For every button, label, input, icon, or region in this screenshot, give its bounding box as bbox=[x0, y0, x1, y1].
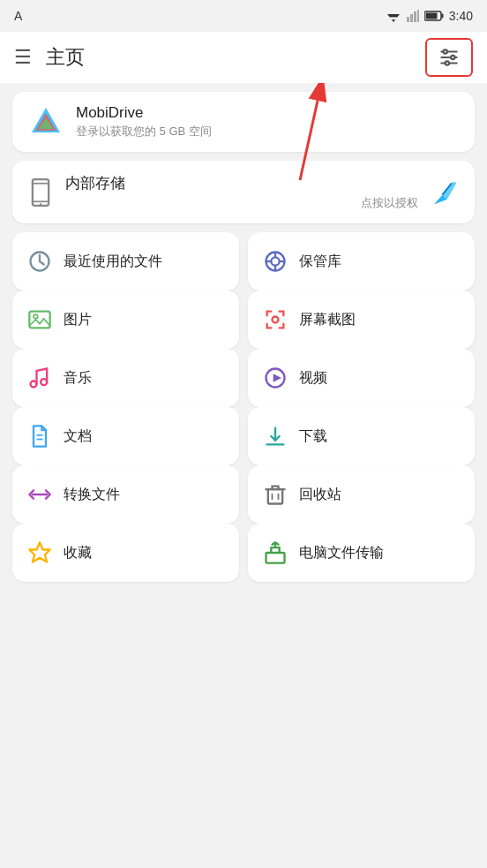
feature-row-4: 转换文件回收站 bbox=[12, 465, 475, 524]
svg-rect-6 bbox=[417, 10, 419, 22]
svg-point-24 bbox=[40, 203, 41, 205]
svg-point-37 bbox=[41, 379, 47, 385]
top-bar: ☰ 主页 bbox=[0, 32, 487, 83]
convert-icon bbox=[26, 481, 53, 508]
transfer-icon bbox=[262, 540, 288, 566]
signal-icon bbox=[407, 10, 419, 22]
feature-card-vault[interactable]: 保管库 bbox=[248, 232, 475, 291]
menu-button[interactable]: ☰ bbox=[14, 46, 32, 69]
svg-point-14 bbox=[451, 56, 454, 59]
feature-row-0: 最近使用的文件保管库 bbox=[12, 232, 475, 291]
svg-point-34 bbox=[34, 314, 38, 319]
svg-marker-48 bbox=[29, 542, 49, 562]
document-label: 文档 bbox=[64, 427, 92, 446]
feature-row-1: 图片屏幕截图 bbox=[12, 291, 475, 349]
recent-label: 最近使用的文件 bbox=[64, 253, 162, 271]
screenshot-icon bbox=[262, 306, 288, 333]
feature-card-photo[interactable]: 图片 bbox=[12, 291, 239, 349]
svg-marker-39 bbox=[273, 374, 281, 381]
favorites-icon bbox=[26, 540, 53, 566]
svg-rect-44 bbox=[268, 489, 282, 503]
photo-label: 图片 bbox=[64, 311, 92, 329]
download-icon bbox=[262, 423, 288, 449]
video-icon bbox=[262, 365, 288, 391]
transfer-label: 电脑文件传输 bbox=[299, 544, 384, 562]
feature-card-recent[interactable]: 最近使用的文件 bbox=[12, 232, 239, 291]
battery-icon bbox=[424, 11, 444, 21]
svg-point-15 bbox=[446, 61, 449, 64]
feature-card-music[interactable]: 音乐 bbox=[12, 349, 239, 407]
document-icon bbox=[26, 423, 53, 449]
favorites-label: 收藏 bbox=[64, 544, 92, 562]
feature-card-video[interactable]: 视频 bbox=[248, 349, 475, 407]
mobidrive-name: MobiDrive bbox=[76, 104, 459, 122]
video-label: 视频 bbox=[299, 369, 327, 388]
svg-point-36 bbox=[31, 381, 37, 388]
screenshot-label: 屏幕截图 bbox=[299, 311, 356, 329]
svg-point-35 bbox=[273, 317, 279, 323]
feature-card-favorites[interactable]: 收藏 bbox=[12, 524, 239, 582]
feature-card-trash[interactable]: 回收站 bbox=[248, 465, 475, 524]
feature-row-3: 文档下载 bbox=[12, 407, 475, 465]
mobidrive-card[interactable]: MobiDrive 登录以获取您的 5 GB 空间 bbox=[12, 92, 475, 152]
svg-rect-8 bbox=[441, 14, 443, 19]
status-left-icon: A bbox=[14, 9, 22, 23]
feature-card-screenshot[interactable]: 屏幕截图 bbox=[248, 291, 475, 349]
filter-button[interactable] bbox=[425, 38, 473, 77]
feature-row-2: 音乐视频 bbox=[12, 349, 475, 407]
trash-icon bbox=[262, 481, 288, 508]
download-label: 下载 bbox=[299, 427, 327, 446]
convert-label: 转换文件 bbox=[64, 486, 120, 504]
vault-label: 保管库 bbox=[299, 253, 341, 271]
svg-rect-33 bbox=[29, 312, 49, 328]
mobidrive-logo bbox=[28, 104, 64, 140]
svg-rect-49 bbox=[266, 553, 285, 563]
broom-icon bbox=[431, 178, 459, 207]
svg-point-13 bbox=[444, 49, 447, 53]
svg-marker-2 bbox=[392, 19, 395, 22]
phone-icon bbox=[28, 178, 53, 207]
storage-info: 内部存储 点按以授权 bbox=[65, 173, 418, 211]
status-time: 3:40 bbox=[449, 9, 473, 23]
music-icon bbox=[26, 365, 53, 391]
svg-rect-3 bbox=[407, 17, 409, 22]
storage-card[interactable]: 内部存储 点按以授权 bbox=[12, 161, 475, 223]
status-bar: A 3:40 bbox=[0, 0, 487, 32]
photo-icon bbox=[26, 306, 53, 333]
storage-name: 内部存储 bbox=[65, 173, 418, 193]
feature-card-download[interactable]: 下载 bbox=[248, 407, 475, 465]
svg-rect-4 bbox=[410, 14, 413, 22]
recent-icon bbox=[26, 248, 53, 275]
svg-rect-9 bbox=[425, 13, 437, 19]
mobidrive-info: MobiDrive 登录以获取您的 5 GB 空间 bbox=[76, 104, 459, 140]
svg-point-28 bbox=[271, 257, 279, 265]
storage-subtitle: 点按以授权 bbox=[65, 195, 418, 211]
main-content: MobiDrive 登录以获取您的 5 GB 空间 内部存储 点按以授权 最近使… bbox=[0, 83, 487, 591]
mobidrive-subtitle: 登录以获取您的 5 GB 空间 bbox=[76, 124, 459, 140]
vault-icon bbox=[262, 248, 288, 275]
feature-row-5: 收藏电脑文件传输 bbox=[12, 524, 475, 582]
status-right-icons: 3:40 bbox=[386, 9, 473, 23]
feature-card-transfer[interactable]: 电脑文件传输 bbox=[248, 524, 475, 582]
page-title: 主页 bbox=[46, 44, 411, 71]
music-label: 音乐 bbox=[64, 369, 92, 388]
filter-icon bbox=[438, 46, 461, 69]
feature-card-convert[interactable]: 转换文件 bbox=[12, 465, 239, 524]
svg-rect-5 bbox=[414, 11, 416, 22]
wifi-icon bbox=[386, 10, 401, 22]
feature-grid: 最近使用的文件保管库图片屏幕截图音乐视频文档下载转换文件回收站收藏电脑文件传输 bbox=[12, 232, 475, 582]
trash-label: 回收站 bbox=[299, 486, 341, 504]
feature-card-document[interactable]: 文档 bbox=[12, 407, 239, 465]
